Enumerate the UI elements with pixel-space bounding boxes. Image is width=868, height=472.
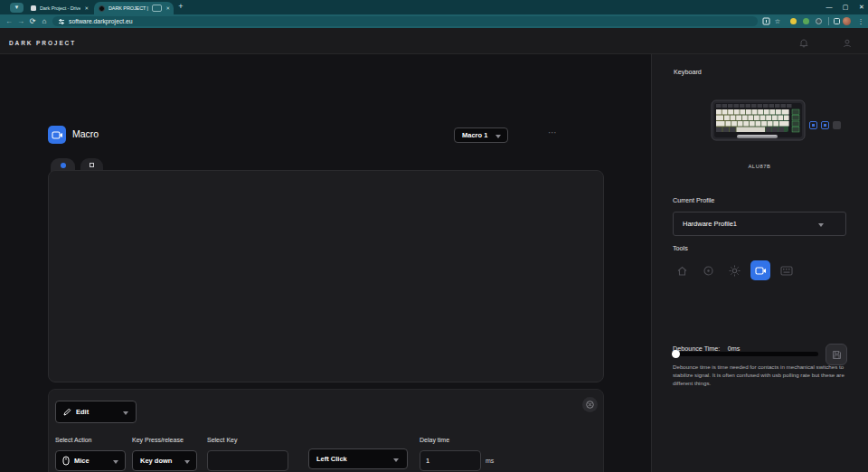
layout-toggle-button-3[interactable] — [833, 121, 841, 129]
tool-home-button[interactable] — [672, 260, 692, 280]
chevron-down-icon — [393, 458, 399, 462]
browser-toolbar: ← → ⟳ ⌂ software.darkproject.eu ☆ ⋮ — [0, 14, 868, 28]
delay-unit: ms — [486, 458, 494, 464]
key-label: Select Key — [207, 437, 237, 443]
macro-page-icon — [48, 126, 66, 144]
press-select[interactable]: Key down — [132, 450, 197, 471]
circled-plus-icon — [586, 401, 594, 409]
close-tab-icon[interactable]: ✕ — [84, 5, 89, 11]
tab-title: DARK PROJECT | WEB LAB — [108, 5, 149, 11]
tool-lighting-button[interactable] — [698, 260, 718, 280]
delay-label: Delay time — [420, 437, 449, 443]
window-minimize-button[interactable]: — — [821, 0, 837, 14]
keyboard-image[interactable] — [710, 98, 809, 150]
home-icon — [676, 265, 688, 277]
macro-selector[interactable]: Macro 1 — [454, 127, 508, 143]
browser-tab-bar: ▼ Dark Project - Drivers & Manu... ✕ DAR… — [0, 0, 868, 14]
macro-action-panel: Edit Select Action Key Press/release Sel… — [48, 389, 604, 472]
action-label: Select Action — [55, 437, 91, 443]
debounce-slider-track[interactable] — [673, 352, 818, 356]
press-value: Key down — [140, 457, 172, 465]
chevron-down-icon — [495, 135, 501, 138]
url-text: software.darkproject.eu — [69, 18, 133, 24]
tab-favicon — [31, 5, 36, 11]
extension-icon[interactable] — [803, 18, 809, 24]
mouse-button-value: Left Click — [316, 455, 347, 463]
chevron-down-icon — [123, 411, 128, 415]
tool-keyboard-button[interactable] — [777, 260, 797, 280]
add-action-button[interactable] — [582, 397, 598, 412]
save-page-icon[interactable] — [762, 17, 770, 25]
mouse-button-select[interactable]: Left Click — [308, 448, 408, 469]
debounce-description: Debounce time is time needed for contact… — [673, 363, 848, 388]
bookmark-star-icon[interactable]: ☆ — [772, 14, 783, 28]
profile-select[interactable]: Hardware Profile1 — [673, 212, 846, 236]
macro-camera-icon — [755, 266, 767, 276]
back-icon[interactable]: ← — [4, 14, 14, 28]
pencil-icon — [63, 408, 71, 416]
keyboard-access-badge-icon — [152, 5, 162, 12]
chevron-down-icon — [113, 460, 118, 464]
macro-sequence-panel[interactable] — [48, 170, 604, 382]
edit-menu-label: Edit — [76, 408, 89, 416]
tools-label: Tools — [673, 244, 688, 252]
keyboard-icon — [780, 266, 793, 276]
browser-tab-inactive[interactable]: Dark Project - Drivers & Manu... ✕ — [25, 2, 92, 14]
chevron-down-icon — [818, 223, 824, 227]
tab-search-button[interactable]: ▼ — [10, 3, 24, 13]
action-value: Mice — [74, 457, 90, 465]
page-title: Macro — [72, 128, 99, 139]
reload-icon[interactable]: ⟳ — [27, 14, 38, 28]
delay-input[interactable] — [420, 450, 481, 471]
stop-square-icon — [90, 163, 94, 167]
chevron-down-icon: ▼ — [14, 5, 20, 10]
lighting-icon — [703, 265, 714, 277]
profile-value: Hardware Profile1 — [683, 220, 737, 228]
brand-logo: DARK PROJECT — [9, 40, 76, 46]
macro-overflow-menu[interactable]: ⋯ — [548, 127, 558, 137]
panel-icon — [824, 124, 826, 127]
macro-camera-icon — [52, 130, 63, 140]
extension-icon[interactable] — [816, 18, 822, 24]
keyboard-section-label: Keyboard — [674, 68, 702, 76]
tool-macro-button-active[interactable] — [750, 260, 770, 280]
brightness-sun-icon — [729, 265, 741, 277]
home-icon[interactable]: ⌂ — [39, 14, 50, 28]
tab-title: Dark Project - Drivers & Manu... — [40, 5, 80, 11]
action-select[interactable]: Mice — [55, 450, 126, 471]
site-info-icon[interactable] — [58, 18, 65, 25]
macro-selector-value: Macro 1 — [462, 131, 487, 139]
address-bar[interactable]: software.darkproject.eu — [52, 16, 758, 26]
browser-tab-active[interactable]: DARK PROJECT | WEB LAB ✕ — [94, 2, 174, 14]
extension-icon[interactable] — [790, 18, 797, 24]
window-close-button[interactable]: ✕ — [854, 0, 868, 14]
screen: ▼ Dark Project - Drivers & Manu... ✕ DAR… — [0, 0, 868, 472]
browser-menu-icon[interactable]: ⋮ — [855, 14, 866, 28]
mouse-icon — [62, 456, 70, 466]
layout-toggle-button-1[interactable] — [809, 121, 817, 129]
press-label: Key Press/release — [132, 437, 184, 443]
layout-toggle-button-2[interactable] — [821, 121, 829, 129]
app-header: DARK PROJECT — [0, 28, 868, 54]
edit-menu[interactable]: Edit — [55, 401, 137, 423]
chevron-down-icon — [184, 460, 190, 464]
account-icon[interactable] — [843, 39, 852, 48]
current-profile-label: Current Profile — [673, 196, 714, 204]
window-maximize-button[interactable]: ▢ — [837, 0, 854, 14]
profile-avatar[interactable] — [843, 17, 851, 25]
forward-icon[interactable]: → — [15, 14, 26, 28]
debounce-slider-handle[interactable] — [672, 350, 680, 358]
close-tab-icon[interactable]: ✕ — [165, 5, 170, 11]
new-tab-button[interactable]: + — [175, 2, 186, 13]
select-key-input[interactable] — [207, 450, 288, 471]
keyboard-model-label: ALU87B — [710, 164, 809, 169]
record-dot-icon — [61, 163, 66, 168]
panel-icon — [812, 124, 815, 127]
save-floppy-icon — [832, 350, 842, 360]
extensions-icon[interactable] — [833, 17, 841, 25]
debounce-save-button[interactable] — [826, 344, 847, 365]
toolbar-divider — [828, 17, 829, 25]
tool-brightness-button[interactable] — [724, 260, 744, 280]
tab-favicon — [99, 5, 105, 12]
notifications-bell-icon[interactable] — [799, 39, 808, 48]
